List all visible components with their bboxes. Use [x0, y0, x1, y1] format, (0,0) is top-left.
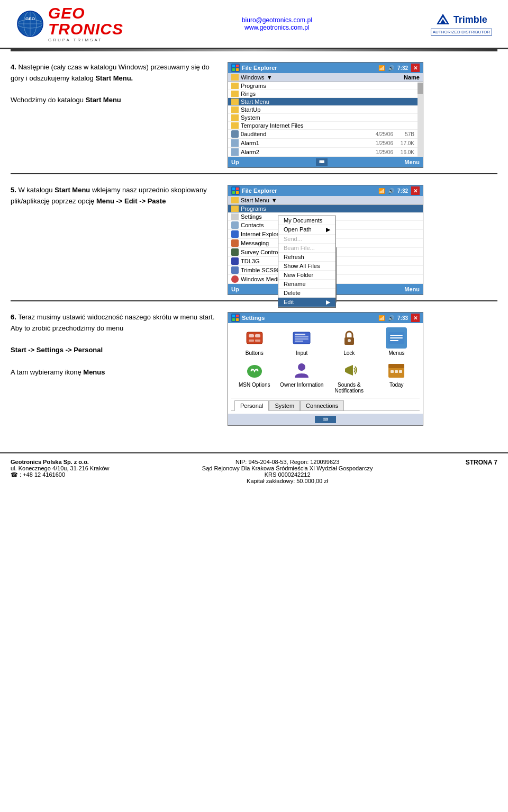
svg-point-42	[251, 369, 253, 371]
section-1-screenshot: File Explorer 📶 🔊 7:32 ✕ Windows ▼	[228, 62, 497, 168]
svg-text:GEO: GEO	[25, 16, 35, 21]
settings-item-buttons[interactable]: Buttons	[232, 327, 277, 356]
folder-icon	[231, 74, 239, 81]
section-1: 4. Następnie (cały czas w katalogu Windo…	[11, 57, 497, 174]
app-icon	[231, 266, 239, 274]
app-icon	[231, 221, 239, 229]
settings-keyboard-row: ⌨	[228, 414, 423, 425]
tab-system[interactable]: System	[269, 400, 300, 411]
settings-window: Settings 📶 🔊 7:33 ✕	[228, 312, 423, 426]
folder-icon	[231, 99, 239, 105]
website-link[interactable]: www.geotronics.com.pl	[242, 24, 312, 31]
volume-icon: 🔊	[388, 65, 394, 71]
file-row-selected: Start Menu	[228, 98, 418, 106]
footer-left: Geotronics Polska Sp. z o.o. ul. Koneczn…	[11, 459, 110, 478]
keyboard-icon-3[interactable]: ⌨	[315, 416, 336, 423]
close-button-3[interactable]: ✕	[411, 314, 420, 322]
svg-rect-21	[232, 315, 235, 317]
svg-rect-33	[295, 338, 309, 340]
svg-rect-32	[295, 336, 309, 337]
footer-right: STRONA 7	[466, 459, 497, 466]
settings-tabs-area: Personal System Connections	[228, 398, 423, 414]
right-menu-item[interactable]: New Folder	[278, 271, 335, 280]
svg-rect-46	[388, 364, 404, 368]
svg-rect-13	[232, 68, 235, 71]
right-menu-item[interactable]: Show All Files	[278, 262, 335, 271]
file-row: Rings	[228, 90, 418, 98]
section-2-text: 5. W katalogu Start Menu wklejamy nasz u…	[11, 185, 217, 295]
svg-rect-49	[399, 370, 402, 373]
trimble-logo-area: Trimble AUTHORIZED DISTRIBUTOR	[431, 13, 492, 35]
right-menu-item[interactable]: Beam File...	[278, 244, 335, 253]
folder-icon-2	[231, 197, 239, 203]
folder-icon	[231, 106, 239, 113]
header-contact: biuro@geotronics.com.pl www.geotronics.c…	[242, 16, 312, 31]
right-menu-item-edit[interactable]: Edit ▶	[278, 298, 335, 307]
lock-icon	[339, 328, 359, 348]
trimble-icon	[436, 13, 450, 28]
file-explorer-window-1: File Explorer 📶 🔊 7:32 ✕ Windows ▼	[228, 62, 423, 168]
file-row: System	[228, 114, 418, 122]
close-button[interactable]: ✕	[411, 64, 420, 72]
right-menu-item[interactable]: Send...	[278, 235, 335, 244]
msn-icon	[244, 360, 265, 380]
svg-rect-24	[236, 318, 239, 321]
section-3-text: 6. Teraz musimy ustawić widoczność nasze…	[11, 312, 217, 426]
volume-icon-2: 🔊	[388, 188, 394, 194]
sound-icon	[231, 148, 239, 156]
folder-icon	[231, 206, 239, 212]
keyboard-icon[interactable]: ⌨	[316, 158, 328, 166]
section-2: 5. W katalogu Start Menu wklejamy nasz u…	[11, 180, 497, 301]
toolbar-2: Start Menu ▼	[228, 196, 423, 205]
sound-icon	[231, 139, 239, 147]
right-menu-item[interactable]: Open Path ▶	[278, 225, 335, 235]
tab-connections[interactable]: Connections	[300, 400, 344, 411]
dropdown-arrow-2: ▼	[271, 197, 277, 203]
settings-item-menus[interactable]: Menus	[375, 327, 419, 356]
app-icon	[231, 248, 239, 256]
app-icon	[231, 275, 239, 283]
section-1-text: 4. Następnie (cały czas w katalogu Windo…	[11, 62, 217, 168]
right-menu-item[interactable]: Rename	[278, 280, 335, 289]
titlebar-1: File Explorer 📶 🔊 7:32 ✕	[228, 63, 423, 73]
svg-rect-16	[232, 188, 235, 190]
section-3: 6. Teraz musimy ustawić widoczność nasze…	[11, 307, 497, 431]
tab-personal[interactable]: Personal	[234, 400, 269, 411]
app-icon	[231, 239, 239, 247]
settings-item-today[interactable]: Today	[375, 359, 419, 394]
close-button-2[interactable]: ✕	[411, 186, 420, 195]
svg-point-36	[348, 339, 351, 342]
svg-rect-18	[232, 191, 235, 194]
app-icon	[231, 257, 239, 265]
right-menu-item[interactable]: Delete	[278, 289, 335, 298]
file-row: Temporary Internet Files	[228, 122, 418, 130]
file-row: Alarm2 1/25/06 16.0K	[228, 148, 418, 157]
right-menu-item[interactable]: My Documents	[278, 216, 335, 225]
right-menu-item[interactable]: Refresh	[278, 253, 335, 262]
file-list-2: Programs Settings Contacts Internet	[228, 205, 423, 284]
folder-icon	[231, 213, 239, 220]
folder-icon	[231, 83, 239, 89]
app-icon	[231, 130, 239, 138]
settings-item-input[interactable]: Input	[280, 327, 324, 356]
signal-icon-2: 📶	[378, 188, 385, 194]
svg-rect-14	[236, 68, 239, 71]
settings-item-msn[interactable]: MSN Options	[232, 359, 277, 394]
email-link[interactable]: biuro@geotronics.com.pl	[242, 16, 312, 24]
buttons-icon	[244, 328, 265, 348]
settings-item-lock[interactable]: Lock	[327, 327, 371, 356]
file-row: 0auditend 4/25/06 57B	[228, 130, 418, 139]
header: GEO GEO TRONICS GRUPA TRIMSAT biuro@geot…	[0, 0, 508, 49]
folder-icon	[231, 91, 239, 97]
windows-start-icon-2	[231, 186, 240, 195]
scrollbar[interactable]	[418, 82, 423, 157]
today-icon	[386, 360, 406, 380]
svg-rect-34	[295, 341, 303, 342]
file-row: Programs	[228, 82, 418, 90]
svg-point-44	[298, 363, 305, 371]
folder-icon	[231, 122, 239, 129]
settings-item-owner[interactable]: Owner Information	[280, 359, 324, 394]
file-list-1: Programs Rings Start Menu StartUp	[228, 82, 423, 157]
trimble-logo: Trimble	[436, 13, 487, 28]
settings-item-sounds[interactable]: Sounds & Notifications	[327, 359, 371, 394]
